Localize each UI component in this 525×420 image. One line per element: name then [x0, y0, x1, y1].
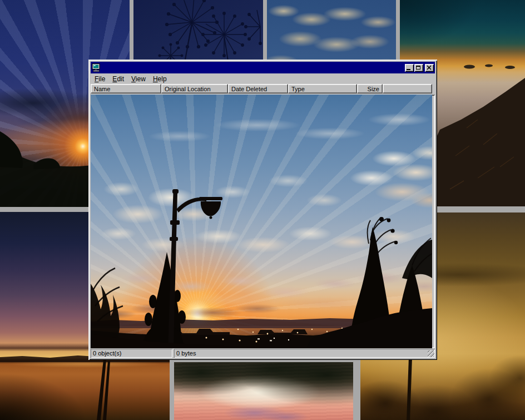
resize-grip[interactable]	[428, 350, 434, 357]
maximize-button[interactable]	[414, 64, 423, 72]
menu-edit[interactable]: Edit	[109, 75, 128, 84]
status-size: 0 bytes	[174, 349, 435, 358]
pole-silhouette	[407, 359, 412, 420]
column-header-type[interactable]: Type	[288, 84, 357, 93]
menu-help[interactable]: Help	[150, 75, 171, 84]
menu-file[interactable]: File	[91, 75, 109, 84]
status-objects: 0 object(s)	[91, 349, 172, 358]
column-header-size[interactable]: Size	[357, 84, 383, 93]
minimize-button[interactable]	[405, 64, 414, 72]
recycle-bin-window: FileEditViewHelp NameOriginal LocationDa…	[88, 60, 437, 360]
desktop: { "desktop": { "background_color": "#a8a…	[0, 0, 525, 420]
column-header-date-deleted[interactable]: Date Deleted	[228, 84, 288, 93]
close-icon	[427, 65, 432, 70]
menu-bar: FileEditViewHelp	[91, 74, 435, 84]
silhouettes-layer	[91, 95, 432, 348]
menu-view[interactable]: View	[128, 75, 150, 84]
column-header-row: NameOriginal LocationDate DeletedTypeSiz…	[91, 84, 435, 95]
minimize-icon	[407, 69, 410, 70]
window-computer-icon	[92, 63, 101, 72]
close-button[interactable]	[425, 64, 434, 72]
status-bar: 0 object(s) 0 bytes	[91, 349, 435, 358]
photo-tile-water-reflection	[174, 362, 353, 420]
file-list-viewport[interactable]	[91, 95, 435, 348]
maximize-icon	[416, 66, 420, 70]
column-header-blank[interactable]	[383, 84, 432, 93]
column-header-name[interactable]: Name	[91, 84, 161, 93]
column-header-original-location[interactable]: Original Location	[161, 84, 228, 93]
title-bar[interactable]	[91, 62, 435, 73]
